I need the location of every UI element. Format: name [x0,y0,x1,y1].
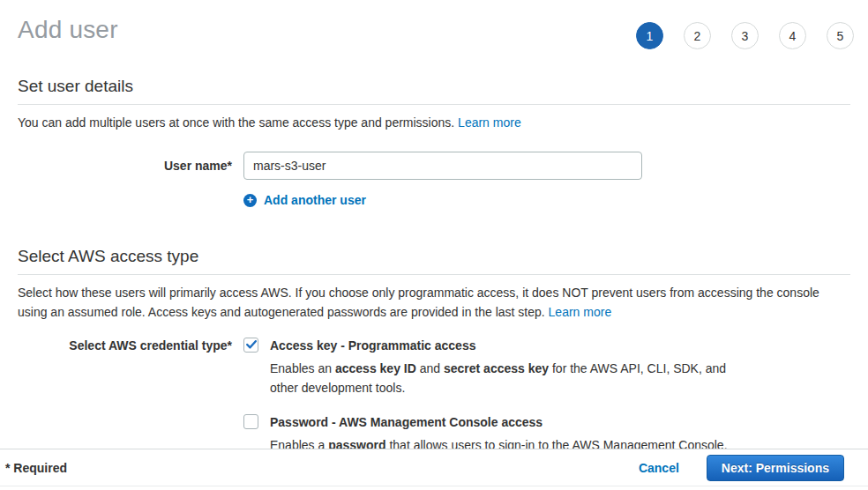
access-key-option-title: Access key - Programmatic access [270,338,475,353]
learn-more-link-access-type[interactable]: Learn more [549,305,612,319]
wizard-step-2: 2 [684,22,711,49]
credential-type-label: Select AWS credential type* [18,338,232,456]
add-another-user-label: Add another user [264,193,366,207]
cancel-button[interactable]: Cancel [639,461,679,475]
wizard-footer: * Required Cancel Next: Permissions [0,449,868,486]
credential-options: Access key - Programmatic access Enables… [243,338,753,456]
check-icon [246,340,257,349]
add-another-user-row: + Add another user [243,192,850,208]
intro-text: You can add multiple users at once with … [18,115,454,130]
section-heading-access-type: Select AWS access type [18,247,850,275]
access-key-option-description: Enables an access key ID and secret acce… [270,359,753,398]
wizard-step-5: 5 [827,22,854,49]
step-number: 2 [694,29,701,43]
wizard-step-1: 1 [636,22,663,49]
username-input[interactable] [243,152,642,180]
learn-more-link-user-details[interactable]: Learn more [458,115,521,130]
step-number: 4 [789,29,797,43]
add-another-user-link[interactable]: + Add another user [243,193,366,207]
wizard-content: Set user details You can add multiple us… [0,77,868,456]
access-key-checkbox[interactable] [243,338,258,353]
next-permissions-button[interactable]: Next: Permissions [707,455,844,481]
step-number: 5 [837,29,844,43]
username-label: User name* [18,152,232,180]
password-option-title: Password - AWS Management Console access [270,414,542,429]
access-key-option: Access key - Programmatic access Enables… [243,338,753,398]
intro-text: Select how these users will primarily ac… [18,286,819,319]
section-heading-user-details: Set user details [18,77,850,105]
username-row: User name* [18,152,850,180]
plus-circle-icon: + [243,194,257,207]
wizard-header: Add user 1 2 3 4 5 [0,0,868,44]
password-checkbox[interactable] [243,414,258,429]
wizard-steps: 1 2 3 4 5 [636,22,854,49]
access-type-intro: Select how these users will primarily ac… [18,284,850,322]
wizard-step-3: 3 [731,22,759,49]
wizard-step-4: 4 [779,22,806,49]
step-number: 1 [647,29,654,43]
required-note: * Required [5,461,67,475]
user-details-intro: You can add multiple users at once with … [18,114,850,133]
step-number: 3 [742,29,749,43]
credential-type-row: Select AWS credential type* Access key -… [18,338,850,456]
